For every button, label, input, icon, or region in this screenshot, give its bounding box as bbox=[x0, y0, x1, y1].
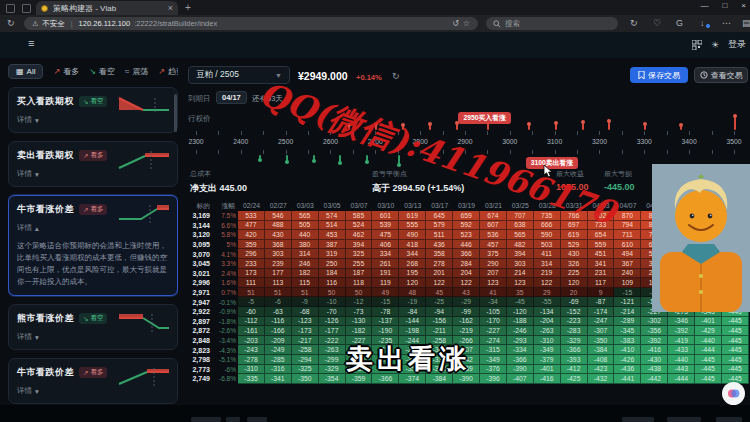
pl-cell[interactable]: -425 bbox=[561, 374, 588, 384]
pl-cell[interactable]: -217 bbox=[292, 336, 319, 346]
pl-cell[interactable]: -219 bbox=[453, 326, 480, 336]
pl-cell[interactable]: -310 bbox=[534, 336, 561, 346]
pl-cell[interactable]: 503 bbox=[534, 240, 561, 250]
pl-cell[interactable]: 296 bbox=[238, 249, 265, 259]
pl-cell[interactable]: 511 bbox=[426, 230, 453, 240]
pl-cell[interactable]: 51 bbox=[238, 288, 265, 298]
filter-chip-趋势[interactable]: ↗趋势 bbox=[158, 66, 178, 77]
pl-cell[interactable]: 536 bbox=[480, 230, 507, 240]
pl-cell[interactable]: -134 bbox=[534, 307, 561, 317]
pl-cell[interactable]: 240 bbox=[614, 269, 641, 279]
pl-cell[interactable]: -366 bbox=[507, 355, 534, 365]
pl-cell[interactable]: -293 bbox=[507, 336, 534, 346]
pl-cell[interactable]: -335 bbox=[238, 374, 265, 384]
sidebar-toggle-icon[interactable]: ▤ bbox=[742, 18, 750, 28]
pl-cell[interactable]: 524 bbox=[346, 221, 373, 231]
pl-cell[interactable]: 268 bbox=[399, 259, 426, 269]
pl-cell[interactable]: 48 bbox=[399, 288, 426, 298]
pl-cell[interactable]: 261 bbox=[372, 259, 399, 269]
pl-cell[interactable]: -329 bbox=[319, 365, 346, 375]
pl-cell[interactable]: -246 bbox=[507, 326, 534, 336]
pl-cell[interactable]: -161 bbox=[238, 326, 265, 336]
pl-cell[interactable]: 303 bbox=[507, 259, 534, 269]
price-refresh-icon[interactable]: ↻ bbox=[392, 71, 400, 81]
pl-cell[interactable]: -316 bbox=[265, 365, 292, 375]
pl-cell[interactable]: 380 bbox=[292, 240, 319, 250]
pl-cell[interactable]: -182 bbox=[346, 326, 373, 336]
pl-cell[interactable]: -379 bbox=[534, 355, 561, 365]
pl-cell[interactable]: -307 bbox=[588, 326, 615, 336]
pl-cell[interactable]: 707 bbox=[507, 211, 534, 221]
pl-cell[interactable]: -188 bbox=[507, 317, 534, 327]
pl-cell[interactable]: 394 bbox=[346, 240, 373, 250]
view-trades-button[interactable]: 查看交易 bbox=[694, 67, 748, 83]
pl-cell[interactable]: -376 bbox=[480, 365, 507, 375]
qr-code-icon[interactable] bbox=[692, 40, 702, 50]
pl-cell[interactable]: 666 bbox=[534, 221, 561, 231]
pl-cell[interactable]: -278 bbox=[238, 355, 265, 365]
pl-cell[interactable]: 303 bbox=[265, 249, 292, 259]
strategy-card[interactable]: 牛市看跌价差↗看多.lr{stroke:#d8453a;stroke-width… bbox=[8, 358, 178, 404]
pl-cell[interactable]: -401 bbox=[695, 317, 722, 327]
pl-cell[interactable]: 201 bbox=[426, 269, 453, 279]
save-trade-button[interactable]: 保存交易 bbox=[630, 67, 688, 83]
pl-cell[interactable]: 207 bbox=[480, 269, 507, 279]
pl-cell[interactable]: 430 bbox=[265, 230, 292, 240]
pl-cell[interactable]: 250 bbox=[319, 259, 346, 269]
pl-cell[interactable]: 123 bbox=[507, 278, 534, 288]
pl-cell[interactable]: -440 bbox=[668, 355, 695, 365]
pl-cell[interactable]: -222 bbox=[319, 336, 346, 346]
pl-cell[interactable]: -78 bbox=[372, 307, 399, 317]
pl-cell[interactable]: 475 bbox=[372, 230, 399, 240]
pl-cell[interactable]: -60 bbox=[238, 307, 265, 317]
pl-cell[interactable]: 659 bbox=[453, 211, 480, 221]
browser-search[interactable]: 搜索 bbox=[486, 17, 618, 30]
pl-cell[interactable]: -384 bbox=[588, 345, 615, 355]
pl-cell[interactable]: -443 bbox=[668, 365, 695, 375]
favorites-heart-icon[interactable]: ♡ bbox=[653, 18, 661, 28]
pl-cell[interactable]: 239 bbox=[265, 259, 292, 269]
pl-cell[interactable]: 367 bbox=[614, 259, 641, 269]
pl-cell[interactable]: -433 bbox=[668, 345, 695, 355]
pl-cell[interactable]: -214 bbox=[614, 307, 641, 317]
pl-cell[interactable]: 50 bbox=[346, 288, 373, 298]
pl-cell[interactable]: 214 bbox=[507, 269, 534, 279]
pl-cell[interactable]: -29 bbox=[453, 297, 480, 307]
pl-cell[interactable]: 358 bbox=[426, 249, 453, 259]
pl-cell[interactable]: 173 bbox=[238, 269, 265, 279]
pl-cell[interactable]: 387 bbox=[319, 240, 346, 250]
pl-cell[interactable]: 117 bbox=[588, 278, 615, 288]
pl-cell[interactable]: -170 bbox=[480, 317, 507, 327]
pl-cell[interactable]: 204 bbox=[453, 269, 480, 279]
pl-cell[interactable]: 406 bbox=[372, 240, 399, 250]
pl-cell[interactable]: 187 bbox=[346, 269, 373, 279]
pl-cell[interactable]: 119 bbox=[372, 278, 399, 288]
pl-cell[interactable]: -350 bbox=[588, 336, 615, 346]
pl-cell[interactable]: 116 bbox=[319, 278, 346, 288]
pl-cell[interactable]: 482 bbox=[507, 240, 534, 250]
pl-cell[interactable]: -227 bbox=[480, 326, 507, 336]
pl-cell[interactable]: 794 bbox=[614, 221, 641, 231]
pl-cell[interactable]: -310 bbox=[238, 365, 265, 375]
pl-cell[interactable]: -396 bbox=[480, 374, 507, 384]
pl-cell[interactable]: -299 bbox=[319, 355, 346, 365]
pl-cell[interactable]: 674 bbox=[480, 211, 507, 221]
pl-cell[interactable]: -440 bbox=[695, 336, 722, 346]
pl-cell[interactable]: -243 bbox=[238, 345, 265, 355]
pl-cell[interactable]: -390 bbox=[507, 365, 534, 375]
pl-cell[interactable]: 325 bbox=[346, 249, 373, 259]
theme-sun-icon[interactable]: ☀ bbox=[711, 40, 719, 50]
pl-cell[interactable]: -247 bbox=[588, 317, 615, 327]
pl-cell[interactable]: 233 bbox=[238, 259, 265, 269]
pl-cell[interactable]: -70 bbox=[319, 307, 346, 317]
pl-cell[interactable]: -174 bbox=[588, 307, 615, 317]
pl-cell[interactable]: 182 bbox=[292, 269, 319, 279]
pl-cell[interactable]: 711 bbox=[614, 230, 641, 240]
pl-cell[interactable]: -392 bbox=[641, 336, 668, 346]
pl-cell[interactable]: -5 bbox=[238, 297, 265, 307]
pl-cell[interactable]: -441 bbox=[614, 374, 641, 384]
pl-cell[interactable]: -173 bbox=[292, 326, 319, 336]
browser-tab[interactable]: 策略构建器 - Vlab × bbox=[36, 1, 178, 15]
favorite-star-icon[interactable]: ☆ bbox=[463, 19, 470, 28]
pl-cell[interactable]: -121 bbox=[614, 297, 641, 307]
